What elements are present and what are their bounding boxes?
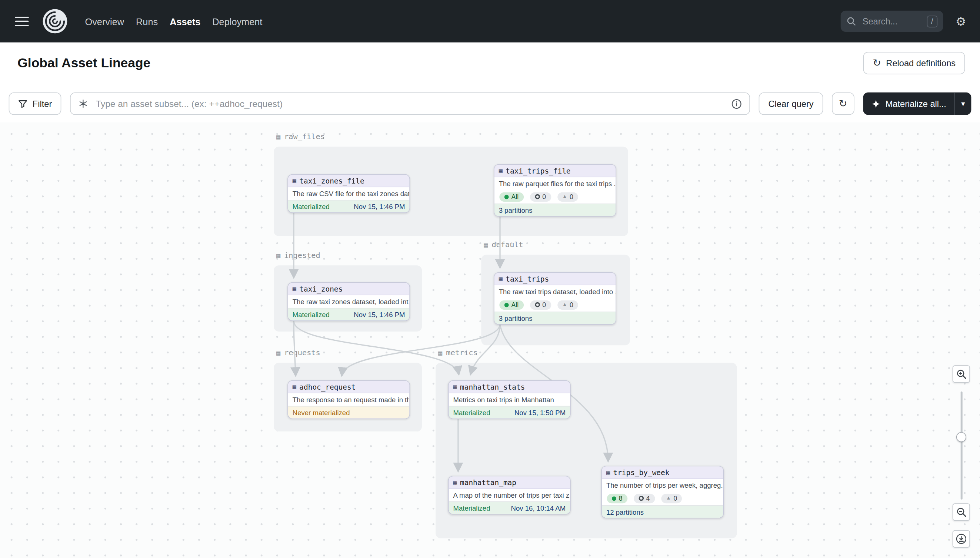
funnel-icon [18, 99, 27, 108]
materialized-partitions-pill[interactable]: All [499, 192, 523, 201]
op-selector-icon [78, 99, 88, 109]
group-grid-icon: ▦ [484, 241, 488, 248]
missing-triangle-icon: ▲ [562, 194, 567, 199]
reload-definitions-label: Reload definitions [886, 58, 955, 68]
dagster-logo[interactable] [43, 9, 68, 34]
refresh-button[interactable]: ↻ [832, 92, 855, 115]
zoom-in-button[interactable] [953, 365, 970, 382]
table-icon: ▦ [293, 384, 296, 390]
settings-gear-icon[interactable]: ⚙ [955, 15, 966, 27]
asset-name: taxi_zones_file [299, 177, 364, 185]
asset-query-input[interactable] [94, 98, 725, 109]
lineage-canvas[interactable]: ▦ raw_files ▦ ingested ▦ default ▦ reque… [0, 123, 980, 558]
failed-partitions-pill[interactable]: 4 [634, 494, 655, 503]
asset-node-taxi-trips-file[interactable]: ▦ taxi_trips_file The raw parquet files … [494, 164, 616, 217]
materialized-status: Materialized [293, 203, 329, 210]
clear-query-button[interactable]: Clear query [759, 92, 823, 115]
missing-triangle-icon: ▲ [666, 496, 671, 501]
zoom-out-icon [956, 507, 967, 517]
asset-node-header: ▦ manhattan_map [449, 477, 570, 489]
table-icon: ▦ [499, 167, 502, 174]
page-header: Global Asset Lineage ↻ Reload definition… [0, 43, 980, 84]
nav-overview[interactable]: Overview [85, 16, 124, 27]
materialized-timestamp[interactable]: Nov 15, 1:50 PM [514, 409, 565, 416]
missing-partitions-pill[interactable]: ▲0 [661, 494, 682, 503]
zoom-slider[interactable] [953, 392, 970, 499]
caret-down-icon[interactable]: ▾ [955, 92, 971, 115]
failed-ring-icon [535, 194, 540, 199]
asset-query-field[interactable] [70, 92, 750, 115]
asset-description: The raw CSV file for the taxi zones dat.… [288, 187, 409, 200]
pill-value: 8 [619, 495, 623, 502]
nav-deployment[interactable]: Deployment [212, 16, 262, 27]
asset-status-footer: 3 partitions [494, 312, 616, 324]
partitions-count: 3 partitions [499, 315, 533, 322]
asset-description: The raw taxi trips dataset, loaded into … [494, 285, 616, 298]
table-icon: ▦ [293, 286, 296, 292]
download-graph-button[interactable] [953, 530, 970, 548]
nav-runs[interactable]: Runs [136, 16, 158, 27]
partition-health-row: All 0 ▲0 [494, 190, 616, 204]
group-name: raw_files [284, 133, 325, 141]
group-grid-icon: ▦ [276, 133, 280, 140]
menu-icon[interactable] [15, 16, 29, 26]
asset-node-taxi-trips[interactable]: ▦ taxi_trips The raw taxi trips dataset,… [494, 272, 616, 325]
asset-description: A map of the number of trips per taxi z.… [449, 489, 570, 501]
missing-partitions-pill[interactable]: ▲0 [557, 192, 578, 201]
missing-partitions-pill[interactable]: ▲0 [557, 300, 578, 309]
asset-node-header: ▦ taxi_trips [494, 273, 616, 285]
pill-value: 0 [542, 193, 546, 200]
asset-node-header: ▦ taxi_trips_file [494, 165, 616, 177]
pill-value: 4 [646, 495, 650, 502]
asset-status-footer: Materialized Nov 15, 1:50 PM [449, 406, 570, 419]
global-search[interactable]: / [841, 11, 943, 32]
asset-description: The response to an request made in th... [288, 393, 409, 406]
asset-node-header: ▦ manhattan_stats [449, 381, 570, 393]
group-name: default [491, 241, 523, 249]
table-icon: ▦ [453, 384, 457, 390]
asset-node-manhattan-stats[interactable]: ▦ manhattan_stats Metrics on taxi trips … [448, 381, 571, 419]
info-icon[interactable] [731, 98, 742, 109]
search-input[interactable] [861, 16, 922, 27]
pill-value: All [511, 301, 519, 308]
materialized-timestamp[interactable]: Nov 16, 10:14 AM [511, 504, 566, 512]
zoom-in-icon [956, 369, 967, 379]
zoom-slider-handle[interactable] [956, 432, 966, 442]
materialize-all-button[interactable]: Materialize all... ▾ [863, 92, 971, 115]
filter-button[interactable]: Filter [9, 92, 61, 115]
materialized-status: Materialized [453, 504, 490, 512]
asset-node-header: ▦ taxi_zones [288, 283, 409, 295]
asset-status-footer: 3 partitions [494, 204, 616, 216]
asset-description: The number of trips per week, aggreg... [602, 479, 723, 491]
reload-icon: ↻ [873, 58, 881, 68]
table-icon: ▦ [499, 276, 502, 282]
asset-node-taxi-zones[interactable]: ▦ taxi_zones The raw taxi zones dataset,… [287, 282, 410, 321]
materialized-partitions-pill[interactable]: 8 [607, 494, 628, 503]
pill-value: 0 [570, 193, 573, 200]
group-grid-icon: ▦ [438, 349, 442, 356]
group-name: ingested [284, 251, 320, 260]
failed-ring-icon [535, 302, 540, 307]
group-grid-icon: ▦ [276, 349, 280, 356]
materialized-timestamp[interactable]: Nov 15, 1:46 PM [354, 203, 405, 210]
materialized-partitions-pill[interactable]: All [499, 300, 523, 309]
asset-node-manhattan-map[interactable]: ▦ manhattan_map A map of the number of t… [448, 476, 571, 515]
materialized-timestamp[interactable]: Nov 15, 1:46 PM [354, 311, 405, 318]
group-label-ingested: ▦ ingested [276, 250, 320, 261]
asset-name: trips_by_week [613, 468, 669, 477]
materialized-dot-icon [504, 303, 509, 307]
materialize-all-label: Materialize all... [886, 99, 946, 109]
asset-node-taxi-zones-file[interactable]: ▦ taxi_zones_file The raw CSV file for t… [287, 174, 410, 213]
nav-left: Overview Runs Assets Deployment [15, 9, 263, 34]
clear-query-label: Clear query [768, 99, 813, 109]
nav-assets[interactable]: Assets [170, 16, 200, 27]
failed-partitions-pill[interactable]: 0 [530, 300, 551, 309]
reload-definitions-button[interactable]: ↻ Reload definitions [863, 52, 965, 74]
asset-node-adhoc-request[interactable]: ▦ adhoc_request The response to an reque… [287, 381, 410, 419]
refresh-icon: ↻ [839, 99, 847, 109]
materialized-status: Materialized [453, 409, 490, 416]
partitions-count: 12 partitions [606, 508, 644, 515]
zoom-out-button[interactable] [953, 503, 970, 520]
asset-node-trips-by-week[interactable]: ▦ trips_by_week The number of trips per … [601, 466, 724, 519]
failed-partitions-pill[interactable]: 0 [530, 192, 551, 201]
